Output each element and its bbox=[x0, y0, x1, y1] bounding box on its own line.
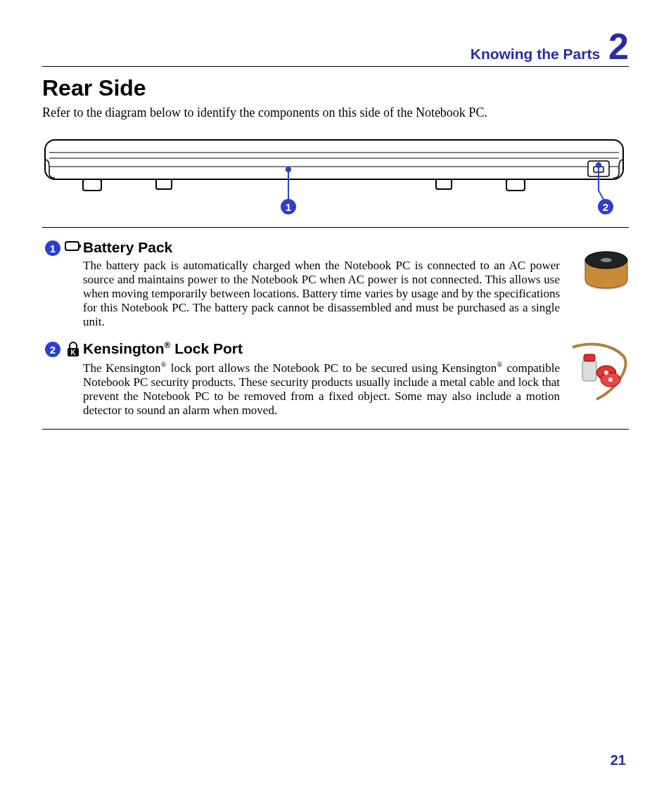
item-heading: Battery Pack bbox=[83, 239, 560, 256]
svg-text:K: K bbox=[70, 349, 76, 356]
svg-point-27 bbox=[604, 370, 608, 375]
svg-rect-16 bbox=[65, 242, 79, 250]
page-header: Knowing the Parts 2 bbox=[42, 28, 629, 67]
item-badge: 2 bbox=[45, 342, 60, 357]
item-heading: Kensington® Lock Port bbox=[83, 340, 560, 357]
item-text: The battery pack is automatically charge… bbox=[83, 259, 560, 329]
page-number: 21 bbox=[611, 752, 626, 768]
callout-badge-1: 1 bbox=[281, 199, 296, 214]
svg-rect-7 bbox=[506, 179, 525, 191]
svg-point-28 bbox=[608, 378, 613, 382]
item-battery-pack: 1 Battery Pack The battery pack is autom… bbox=[42, 239, 629, 329]
svg-point-20 bbox=[601, 258, 612, 262]
svg-rect-4 bbox=[83, 179, 101, 191]
svg-rect-5 bbox=[156, 179, 172, 189]
svg-rect-23 bbox=[582, 360, 596, 381]
item-text: The Kensington® lock port allows the Not… bbox=[83, 360, 560, 418]
header-title: Knowing the Parts bbox=[471, 46, 600, 63]
battery-icon bbox=[65, 240, 82, 252]
section-intro: Refer to the diagram below to identify t… bbox=[42, 105, 629, 120]
page: Knowing the Parts 2 Rear Side Refer to t… bbox=[0, 0, 671, 812]
chapter-number: 2 bbox=[608, 28, 629, 65]
svg-rect-17 bbox=[79, 245, 81, 247]
laptop-rear-diagram bbox=[42, 134, 626, 219]
item-kensington-lock: 2 K Kensington® Lock Port The Kensington… bbox=[42, 340, 629, 418]
item-badge: 1 bbox=[45, 240, 60, 256]
svg-rect-24 bbox=[584, 354, 595, 361]
diagram: 1 2 bbox=[42, 134, 629, 228]
section-title: Rear Side bbox=[42, 75, 629, 101]
divider bbox=[42, 429, 629, 430]
svg-point-12 bbox=[286, 167, 291, 172]
svg-rect-6 bbox=[436, 179, 452, 189]
callout-badge-2: 2 bbox=[598, 199, 613, 214]
svg-rect-0 bbox=[45, 140, 623, 179]
lock-icon: K bbox=[66, 342, 80, 357]
lock-photo bbox=[568, 340, 629, 406]
battery-photo bbox=[568, 239, 629, 298]
svg-point-15 bbox=[596, 162, 601, 168]
